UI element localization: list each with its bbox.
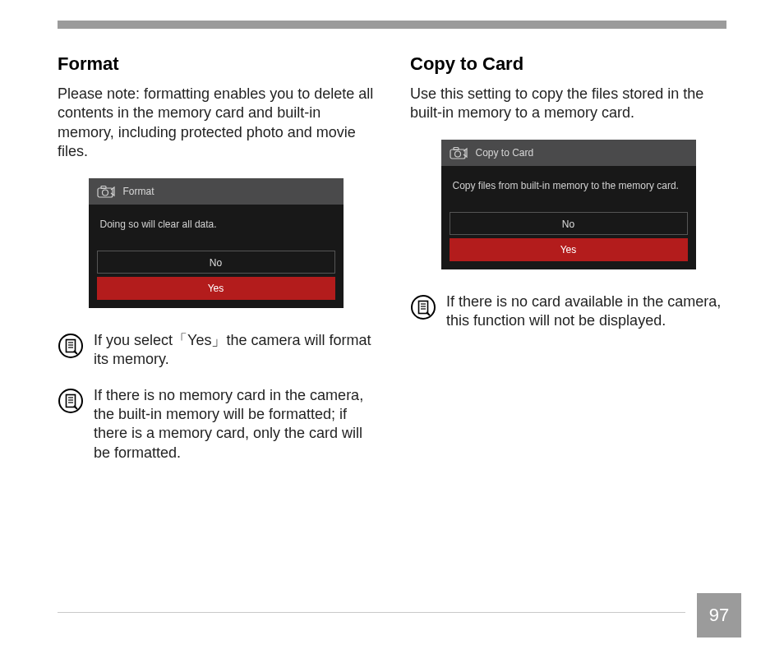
svg-rect-4 — [67, 339, 76, 352]
copy-dialog: Copy to Card Copy files from built-in me… — [441, 140, 696, 269]
dialog-title: Format — [123, 186, 154, 197]
note-item: If there is no card available in the cam… — [410, 292, 726, 331]
page-number: 97 — [697, 593, 741, 637]
note-icon — [410, 294, 436, 320]
svg-rect-9 — [67, 394, 76, 407]
footer-divider — [58, 612, 685, 613]
copy-intro-text: Use this setting to copy the files store… — [410, 85, 726, 123]
note-icon — [58, 388, 84, 414]
format-dialog: Format Doing so will clear all data. No … — [89, 178, 344, 308]
dialog-option-yes[interactable]: Yes — [97, 277, 335, 300]
camera-icon — [97, 185, 115, 198]
dialog-message: Copy files from built-in memory to the m… — [441, 166, 696, 212]
svg-point-1 — [102, 190, 108, 196]
dialog-header: Copy to Card — [441, 140, 696, 166]
svg-rect-15 — [454, 147, 459, 150]
right-column: Copy to Card Use this setting to copy th… — [410, 53, 726, 479]
dialog-option-no[interactable]: No — [450, 212, 688, 235]
note-icon — [58, 333, 84, 359]
svg-rect-2 — [101, 186, 106, 188]
format-heading: Format — [58, 53, 374, 75]
svg-point-8 — [59, 389, 82, 412]
note-text: If you select「Yes」the camera will format… — [94, 331, 374, 370]
dialog-option-no[interactable]: No — [97, 251, 335, 274]
svg-rect-17 — [419, 301, 428, 313]
camera-icon — [450, 146, 468, 159]
dialog-message: Doing so will clear all data. — [89, 205, 344, 251]
dialog-title: Copy to Card — [476, 147, 534, 159]
two-column-layout: Format Please note: formatting enables y… — [58, 53, 726, 479]
svg-point-3 — [59, 334, 82, 357]
format-intro-text: Please note: formatting enables you to d… — [58, 85, 374, 162]
dialog-option-yes[interactable]: Yes — [450, 238, 688, 261]
dialog-header: Format — [89, 178, 344, 205]
note-item: If there is no memory card in the camera… — [58, 386, 374, 463]
note-text: If there is no card available in the cam… — [446, 292, 726, 331]
manual-page: Format Please note: formatting enables y… — [0, 0, 784, 672]
top-divider-bar — [58, 21, 726, 29]
copy-heading: Copy to Card — [410, 53, 726, 75]
svg-point-16 — [412, 296, 435, 319]
note-item: If you select「Yes」the camera will format… — [58, 331, 374, 370]
left-column: Format Please note: formatting enables y… — [58, 53, 374, 479]
svg-point-14 — [454, 151, 460, 157]
note-text: If there is no memory card in the camera… — [94, 386, 374, 463]
